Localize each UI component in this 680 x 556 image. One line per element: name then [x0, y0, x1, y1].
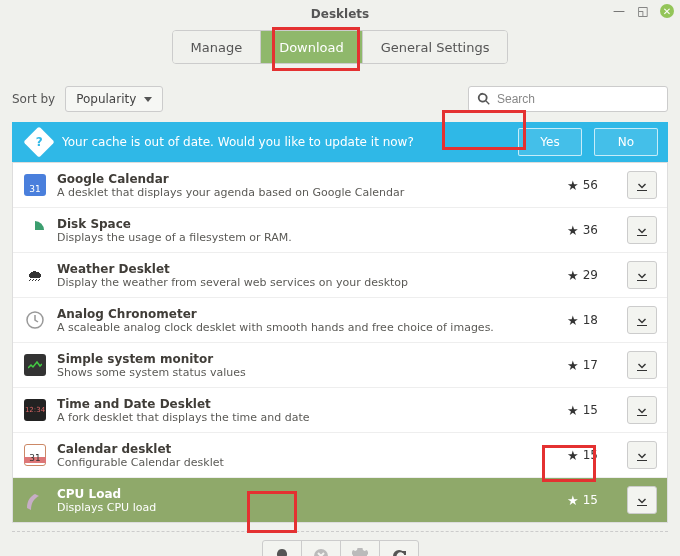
star-count: ★15: [567, 448, 617, 463]
gear-icon: [352, 548, 368, 556]
disk-icon: [23, 218, 47, 242]
list-item[interactable]: 12:34 Time and Date DeskletA fork deskle…: [13, 388, 667, 433]
list-item[interactable]: 31 Calendar deskletConfigurable Calendar…: [13, 433, 667, 478]
download-button[interactable]: [627, 396, 657, 424]
notice-no-button[interactable]: No: [594, 128, 658, 156]
download-icon: [636, 179, 648, 191]
star-icon: ★: [567, 223, 579, 238]
window-controls: — ◱ ✕: [612, 4, 674, 18]
toolbar: Sort by Popularity: [12, 86, 668, 112]
sort-dropdown[interactable]: Popularity: [65, 86, 163, 112]
download-button[interactable]: [627, 216, 657, 244]
remove-icon: [313, 548, 329, 556]
star-icon: ★: [567, 358, 579, 373]
refresh-button[interactable]: [379, 540, 419, 556]
tab-general-settings[interactable]: General Settings: [363, 31, 508, 63]
star-icon: ★: [567, 448, 579, 463]
search-input[interactable]: [497, 92, 659, 106]
list-item[interactable]: 31 Google CalendarA desklet that display…: [13, 163, 667, 208]
download-button[interactable]: [627, 441, 657, 469]
weather-icon: 🌧: [23, 263, 47, 287]
calendar-icon: 31: [23, 173, 47, 197]
star-icon: ★: [567, 493, 579, 508]
time-icon: 12:34: [23, 398, 47, 422]
window-title: Desklets: [311, 7, 369, 21]
notice-yes-button[interactable]: Yes: [518, 128, 582, 156]
download-button[interactable]: [627, 306, 657, 334]
action-bar: [12, 540, 668, 556]
download-icon: [636, 494, 648, 506]
download-icon: [636, 359, 648, 371]
star-count: ★36: [567, 223, 617, 238]
search-icon: [477, 92, 491, 106]
maximize-button[interactable]: ◱: [636, 4, 650, 18]
star-icon: ★: [567, 178, 579, 193]
star-count: ★56: [567, 178, 617, 193]
tab-bar: Manage Download General Settings: [0, 28, 680, 68]
tab-download[interactable]: Download: [261, 31, 363, 63]
download-icon: [636, 269, 648, 281]
star-count: ★17: [567, 358, 617, 373]
star-icon: ★: [567, 268, 579, 283]
star-icon: ★: [567, 403, 579, 418]
clock-icon: [23, 308, 47, 332]
cpu-icon: [23, 488, 47, 512]
search-box[interactable]: [468, 86, 668, 112]
close-button[interactable]: ✕: [660, 4, 674, 18]
minimize-button[interactable]: —: [612, 4, 626, 18]
cache-notice: ? Your cache is out of date. Would you l…: [12, 122, 668, 162]
notice-text: Your cache is out of date. Would you lik…: [62, 135, 506, 149]
refresh-icon: [391, 548, 407, 556]
download-icon: [636, 314, 648, 326]
star-count: ★18: [567, 313, 617, 328]
separator: [12, 531, 668, 532]
sort-label: Sort by: [12, 92, 55, 106]
download-button[interactable]: [627, 351, 657, 379]
monitor-icon: [23, 353, 47, 377]
question-icon: ?: [23, 126, 54, 157]
star-count: ★29: [567, 268, 617, 283]
tab-manage[interactable]: Manage: [173, 31, 262, 63]
list-item[interactable]: 🌧 Weather DeskletDisplay the weather fro…: [13, 253, 667, 298]
download-button[interactable]: [627, 171, 657, 199]
list-item[interactable]: CPU LoadDisplays CPU load ★15: [13, 478, 667, 522]
remove-button[interactable]: [301, 540, 341, 556]
download-button[interactable]: [627, 486, 657, 514]
download-icon: [636, 224, 648, 236]
download-icon: [636, 449, 648, 461]
star-count: ★15: [567, 493, 617, 508]
star-icon: ★: [567, 313, 579, 328]
chevron-down-icon: [144, 97, 152, 102]
star-count: ★15: [567, 403, 617, 418]
list-item[interactable]: Analog ChronometerA scaleable analog clo…: [13, 298, 667, 343]
download-button[interactable]: [627, 261, 657, 289]
desklet-list[interactable]: 31 Google CalendarA desklet that display…: [12, 162, 668, 523]
sort-value: Popularity: [76, 92, 136, 106]
settings-button[interactable]: [340, 540, 380, 556]
download-icon: [636, 404, 648, 416]
lightbulb-icon: [274, 548, 290, 556]
info-button[interactable]: [262, 540, 302, 556]
list-item[interactable]: Simple system monitorShows some system s…: [13, 343, 667, 388]
calendar-icon: 31: [23, 443, 47, 467]
list-item[interactable]: Disk SpaceDisplays the usage of a filesy…: [13, 208, 667, 253]
title-bar: Desklets — ◱ ✕: [0, 0, 680, 28]
